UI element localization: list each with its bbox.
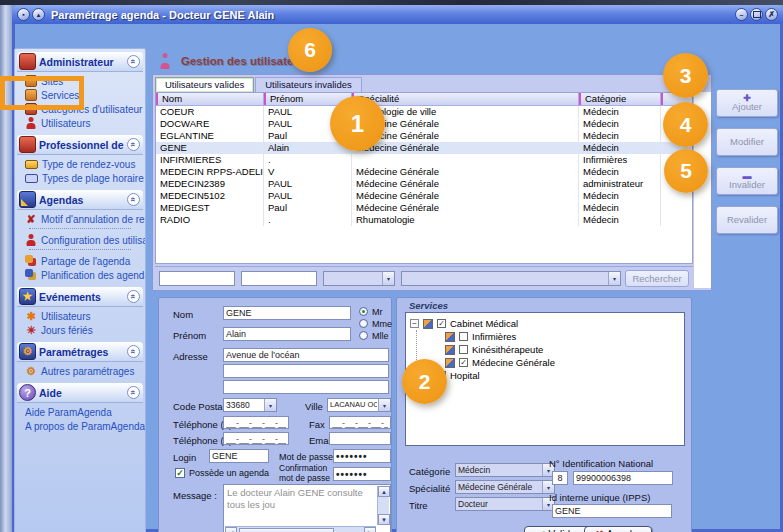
message-textarea[interactable]: Le docteur Alain GENE consulte tous les … bbox=[223, 484, 391, 532]
sidebar-item-planification-des-agendas[interactable]: Planification des agendas bbox=[25, 268, 145, 282]
rechercher-button[interactable]: Rechercher bbox=[625, 270, 689, 287]
collapse-chevron-icon[interactable]: « bbox=[127, 345, 140, 358]
collapse-chevron-icon[interactable]: « bbox=[127, 193, 140, 206]
ipps-input[interactable] bbox=[552, 504, 672, 518]
collapse-chevron-icon[interactable]: « bbox=[127, 55, 140, 68]
telephone1-input[interactable] bbox=[223, 416, 289, 429]
sidebar-section-professionnel-de-sa[interactable]: Professionnel de sa...« bbox=[17, 135, 143, 155]
tree-node-kinesitherapeute[interactable]: Kinésithérapeute bbox=[408, 343, 682, 356]
nom-input[interactable] bbox=[223, 306, 351, 320]
search-nom-input[interactable] bbox=[159, 271, 235, 286]
modifier-button[interactable]: Modifier bbox=[716, 128, 778, 156]
fax-input[interactable] bbox=[329, 416, 391, 429]
column-header-nom[interactable]: Nom bbox=[156, 93, 264, 105]
sidebar-item-jours-feries[interactable]: ✳Jours fériés bbox=[25, 323, 145, 337]
table-row-radio[interactable]: RADIO.RhumatologieMédecin bbox=[156, 214, 692, 226]
tree-node-medecine-generale[interactable]: ✓Médecine Générale bbox=[408, 356, 682, 369]
email-input[interactable] bbox=[329, 432, 391, 445]
scroll-left-icon[interactable]: ◀ bbox=[225, 527, 237, 532]
sidebar-section-aide[interactable]: ?Aide« bbox=[17, 383, 143, 403]
login-input[interactable] bbox=[209, 449, 269, 463]
adresse-input-2[interactable] bbox=[223, 364, 389, 378]
search-prenom-input[interactable] bbox=[241, 271, 317, 286]
collapse-chevron-icon[interactable]: « bbox=[127, 386, 140, 399]
valider-button[interactable]: ✔ Valider bbox=[524, 526, 592, 532]
sidebar-item-autres-parametrages[interactable]: ⚙Autres paramétrages bbox=[25, 364, 145, 378]
confirmation-input[interactable] bbox=[333, 467, 391, 481]
restore-button[interactable] bbox=[750, 8, 763, 21]
table-row-gene[interactable]: GENEAlainMédecine GénéraleMédecin bbox=[156, 142, 692, 154]
adresse-input-1[interactable] bbox=[223, 348, 389, 362]
scroll-right-icon[interactable]: ▶ bbox=[364, 527, 376, 532]
sidebar-section-parametrages[interactable]: ⚙Paramétrages« bbox=[17, 342, 143, 362]
tree-node-hopital[interactable]: +✓Hopital bbox=[408, 369, 682, 382]
collapse-icon[interactable]: − bbox=[410, 319, 419, 328]
sidebar-item-aide-paramagenda[interactable]: Aide ParamAgenda bbox=[25, 405, 145, 419]
table-row-medecin2389[interactable]: MEDECIN2389PAULMédecine Généraleadminist… bbox=[156, 178, 692, 190]
chevron-down-icon[interactable]: ▾ bbox=[608, 272, 620, 285]
minimize-button[interactable] bbox=[735, 8, 748, 21]
chevron-down-icon[interactable]: ▾ bbox=[378, 399, 390, 411]
ville-combo[interactable]: LACANAU OCEAN▾ bbox=[327, 398, 391, 412]
sidebar-item-types-de-plage-horaire[interactable]: Types de plage horaire bbox=[25, 171, 145, 185]
categorie-combo[interactable]: Médecin▾ bbox=[455, 463, 555, 477]
scrollbar-thumb[interactable] bbox=[239, 528, 334, 532]
radio-mme[interactable] bbox=[359, 319, 368, 328]
id-national-prefix-input[interactable] bbox=[552, 471, 568, 485]
sidebar-item-type-de-rendez-vous[interactable]: Type de rendez-vous bbox=[25, 157, 145, 171]
table-row-medigest[interactable]: MEDIGESTPaulMédecine GénéraleMédecin bbox=[156, 202, 692, 214]
sidebar-section-administrateur[interactable]: Administrateur« bbox=[17, 52, 143, 72]
adresse-input-3[interactable] bbox=[223, 380, 389, 394]
revalider-button[interactable]: Revalider bbox=[716, 206, 778, 234]
sidebar-item-utilisateurs[interactable]: ✱Utilisateurs bbox=[25, 309, 145, 323]
scroll-up-icon[interactable]: ▲ bbox=[378, 486, 390, 497]
tree-node-cabinet-medical[interactable]: −✓Cabinet Médical bbox=[408, 317, 682, 330]
table-row-infirmieres[interactable]: INFIRMIERES.Infirmières bbox=[156, 154, 692, 166]
prenom-input[interactable] bbox=[223, 327, 351, 341]
tab-utilisateurs-invalides[interactable]: Utilisateurs invalides bbox=[255, 77, 362, 92]
search-categorie-combo[interactable]: ▾ bbox=[401, 271, 621, 286]
tree-checkbox[interactable]: ✓ bbox=[437, 319, 446, 328]
tree-checkbox[interactable] bbox=[459, 345, 468, 354]
column-header-categorie[interactable]: Catégorie bbox=[579, 93, 661, 105]
id-national-input[interactable] bbox=[573, 471, 673, 485]
tree-node-infirmieres[interactable]: Infirmières bbox=[408, 330, 682, 343]
search-specialite-combo[interactable]: ▾ bbox=[323, 271, 395, 286]
tree-checkbox[interactable] bbox=[459, 332, 468, 341]
code-postal-combo[interactable]: 33680▾ bbox=[223, 398, 277, 412]
message-vscrollbar[interactable]: ▲ ▼ bbox=[377, 486, 389, 525]
table-row-docware[interactable]: DOCWAREPAULMédecine GénéraleMédecin bbox=[156, 118, 692, 130]
tab-utilisateurs-valides[interactable]: Utilisateurs valides bbox=[155, 77, 254, 92]
radio-mr[interactable] bbox=[359, 307, 368, 316]
titre-combo[interactable]: Docteur▾ bbox=[455, 497, 555, 511]
sidebar-section-evenements[interactable]: ★Evénements« bbox=[17, 287, 143, 307]
sidebar-item-utilisateurs[interactable]: Utilisateurs bbox=[25, 116, 145, 130]
specialite-combo[interactable]: Médecine Générale▾ bbox=[455, 480, 555, 494]
table-row-medecin5102[interactable]: MEDECIN5102PAULMédecine GénéraleMédecin bbox=[156, 190, 692, 202]
message-hscrollbar[interactable]: ◀ ▶ bbox=[225, 526, 376, 532]
invalider-button[interactable]: ▬ Invalider bbox=[716, 167, 778, 195]
tree-checkbox[interactable]: ✓ bbox=[459, 358, 468, 367]
column-header-specialite[interactable]: Spécialité bbox=[352, 93, 579, 105]
sidebar-item-a-propos-de-paramagenda[interactable]: A propos de ParamAgenda bbox=[25, 419, 145, 433]
system-menu-button[interactable] bbox=[17, 8, 30, 21]
sidebar-item-configuration-des-utilisateurs[interactable]: Configuration des utilisateurs bbox=[25, 233, 145, 247]
collapse-chevron-icon[interactable]: « bbox=[127, 290, 140, 303]
sidebar-section-agendas[interactable]: Agendas« bbox=[17, 190, 143, 210]
scroll-down-icon[interactable]: ▼ bbox=[378, 514, 390, 525]
close-button[interactable] bbox=[765, 8, 778, 21]
chevron-down-icon[interactable]: ▾ bbox=[382, 272, 394, 285]
table-row-eglantine[interactable]: EGLANTINEPaulMédecine GénéraleMédecin bbox=[156, 130, 692, 142]
table-row-coeur[interactable]: COEURPAULCardiologie de villeMédecin bbox=[156, 106, 692, 118]
telephone2-input[interactable] bbox=[223, 432, 289, 445]
radio-mlle[interactable] bbox=[359, 331, 368, 340]
rollup-button[interactable] bbox=[32, 8, 45, 21]
mot-de-passe-input[interactable] bbox=[333, 449, 391, 463]
ajouter-button[interactable]: ✚ Ajouter bbox=[716, 89, 778, 117]
sidebar-item-motif-d-annulation-de-rendez-v[interactable]: ✘Motif d'annulation de rendez-v... bbox=[25, 212, 145, 226]
collapse-chevron-icon[interactable]: « bbox=[127, 138, 140, 151]
annuler-button[interactable]: ✘ Annuler bbox=[584, 526, 652, 532]
table-row-medecin-rpps-adeli[interactable]: MEDECIN RPPS-ADELIVMédecine GénéraleMéde… bbox=[156, 166, 692, 178]
sidebar-item-partage-de-l-agenda[interactable]: Partage de l'agenda bbox=[25, 254, 145, 268]
chevron-down-icon[interactable]: ▾ bbox=[264, 399, 276, 411]
